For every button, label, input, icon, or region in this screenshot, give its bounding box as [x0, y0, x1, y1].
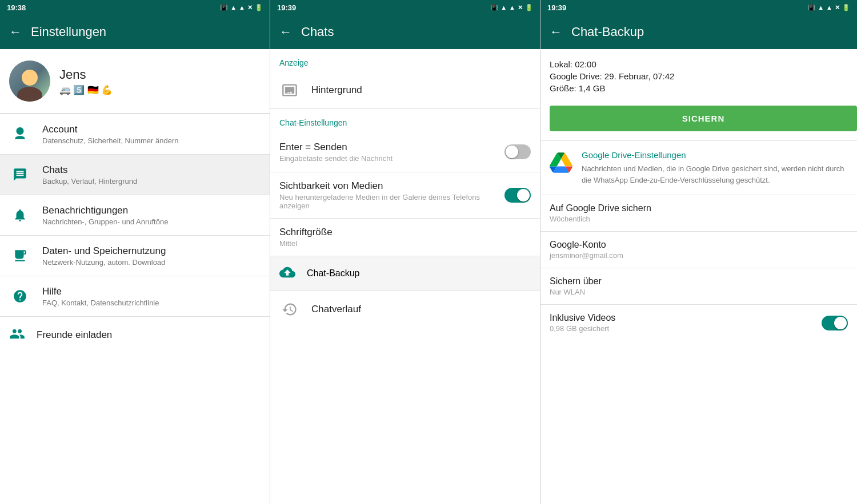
font-size-item[interactable]: Schriftgröße Mittel [270, 219, 540, 256]
background-text: Hintergrund [311, 84, 362, 96]
notifications-sub: Nachrichten-, Gruppen- und Anruftöne [42, 217, 168, 226]
chatverlauf-label: Chatverlauf [311, 304, 361, 315]
chat-backup-icon [279, 264, 295, 283]
notifications-text: Benachrichtigungen Nachrichten-, Gruppen… [42, 205, 168, 226]
back-button-1[interactable]: ← [9, 25, 22, 39]
vibrate-icon-2: 📳 [490, 4, 498, 11]
app-bar-1: ← Einstellungen [0, 15, 270, 49]
status-bar-2: 19:39 📳 ▲ ▲ ✕ 🔋 [270, 0, 540, 15]
sichern-button[interactable]: SICHERN [550, 106, 857, 131]
google-drive-info: Google Drive: 29. Februar, 07:42 [550, 70, 848, 82]
chat-backup-text: Chat-Backup [307, 268, 360, 279]
chat-backup-item[interactable]: Chat-Backup [270, 256, 540, 291]
back-button-2[interactable]: ← [279, 25, 292, 39]
help-text: Hilfe FAQ, Kontakt, Datenschutzrichtlini… [42, 286, 159, 307]
media-sichtbarkeit-toggle[interactable] [504, 188, 531, 203]
section-chat-settings: Chat-Einstellungen [270, 109, 540, 132]
videos-text: Inklusive Videos 0,98 GB gesichert [550, 313, 615, 333]
enter-senden-sub: Eingabetaste sendet die Nachricht [279, 154, 504, 163]
enter-senden-text: Enter = Senden Eingabetaste sendet die N… [279, 142, 504, 163]
wifi-icon: ▲ [239, 4, 245, 11]
menu-item-notifications[interactable]: Benachrichtigungen Nachrichten-, Gruppen… [0, 195, 270, 235]
videos-value: 0,98 GB gesichert [550, 324, 615, 333]
time-1: 19:38 [7, 3, 26, 12]
sichern-ueber-value: Nur WLAN [550, 288, 848, 296]
menu-item-invite[interactable]: Freunde einladen [0, 317, 270, 353]
time-2: 19:39 [277, 3, 296, 12]
lte-icon-3: ✕ [835, 4, 840, 11]
menu-item-account[interactable]: Account Datenschutz, Sicherheit, Nummer … [0, 114, 270, 154]
google-konto-value: jensminor@gmail.com [550, 251, 848, 260]
vibrate-icon: 📳 [220, 4, 228, 11]
backup-info: Lokal: 02:00 Google Drive: 29. Februar, … [540, 49, 857, 101]
sichern-ueber-label: Sichern über [550, 276, 848, 287]
menu-item-help[interactable]: Hilfe FAQ, Kontakt, Datenschutzrichtlini… [0, 276, 270, 316]
vibrate-icon-3: 📳 [807, 4, 815, 11]
chatverlauf-item[interactable]: Chatverlauf [270, 291, 540, 328]
battery-icon-3: 🔋 [842, 4, 850, 11]
account-icon [9, 123, 31, 145]
people-icon [9, 326, 25, 344]
chats-label: Chats [42, 164, 137, 176]
storage-text: Daten- und Speichernutzung Netzwerk-Nutz… [42, 245, 166, 267]
media-sichtbarkeit-text: Sichtbarkeit von Medien Neu heruntergela… [279, 180, 504, 210]
status-icons-2: 📳 ▲ ▲ ✕ 🔋 [490, 4, 533, 11]
chat-backup-panel: 19:39 📳 ▲ ▲ ✕ 🔋 ← Chat-Backup Lokal: 02:… [540, 0, 857, 504]
help-label: Hilfe [42, 286, 159, 297]
auf-google-drive-label: Auf Google Drive sichern [550, 203, 848, 213]
enter-senden-item[interactable]: Enter = Senden Eingabetaste sendet die N… [270, 132, 540, 172]
storage-icon [9, 245, 31, 267]
auf-google-drive-item[interactable]: Auf Google Drive sichern Wöchentlich [540, 195, 857, 231]
chats-sub: Backup, Verlauf, Hintergrund [42, 177, 137, 186]
app-bar-2: ← Chats [270, 15, 540, 49]
page-title-3: Chat-Backup [571, 25, 848, 39]
signal-icon: ▲ [230, 4, 237, 11]
menu-item-storage[interactable]: Daten- und Speichernutzung Netzwerk-Nutz… [0, 236, 270, 276]
toggle-knob-videos [834, 317, 847, 329]
chat-backup-label: Chat-Backup [307, 268, 360, 279]
signal-icon-3: ▲ [818, 4, 824, 11]
notifications-label: Benachrichtigungen [42, 205, 168, 216]
media-sichtbarkeit-item[interactable]: Sichtbarkeit von Medien Neu heruntergela… [270, 172, 540, 218]
back-button-3[interactable]: ← [550, 25, 562, 39]
lte-icon: ✕ [247, 4, 253, 11]
chats-icon [9, 164, 31, 186]
sichern-ueber-item[interactable]: Sichern über Nur WLAN [540, 268, 857, 304]
chats-panel: 19:39 📳 ▲ ▲ ✕ 🔋 ← Chats Anzeige Hintergr… [270, 0, 540, 504]
app-bar-3: ← Chat-Backup [540, 15, 857, 49]
account-text: Account Datenschutz, Sicherheit, Nummer … [42, 124, 178, 145]
signal-icon-2: ▲ [500, 4, 507, 11]
toggle-knob-media [517, 189, 530, 201]
avatar [9, 61, 50, 102]
help-sub: FAQ, Kontakt, Datenschutzrichtlinie [42, 299, 159, 307]
time-3: 19:39 [547, 3, 566, 12]
profile-section[interactable]: Jens 🚐 5️⃣ 🇩🇪 💪 [0, 49, 270, 114]
invite-label: Freunde einladen [37, 329, 112, 341]
enter-senden-label: Enter = Senden [279, 142, 504, 153]
google-konto-item[interactable]: Google-Konto jensminor@gmail.com [540, 231, 857, 268]
wifi-icon-3: ▲ [826, 4, 832, 11]
chatverlauf-icon [279, 299, 300, 320]
auf-google-drive-value: Wöchentlich [550, 215, 848, 223]
background-icon [279, 80, 300, 100]
background-item[interactable]: Hintergrund [270, 72, 540, 108]
enter-senden-toggle[interactable] [504, 144, 531, 159]
videos-label: Inklusive Videos [550, 313, 615, 323]
lte-icon-2: ✕ [518, 4, 523, 11]
bell-icon [9, 204, 31, 226]
font-size-value: Mittel [279, 239, 531, 248]
section-anzeige: Anzeige [270, 49, 540, 72]
lokal-info: Lokal: 02:00 [550, 58, 848, 70]
videos-toggle-row[interactable]: Inklusive Videos 0,98 GB gesichert [540, 304, 857, 341]
account-sub: Datenschutz, Sicherheit, Nummer ändern [42, 136, 178, 145]
menu-item-chats[interactable]: Chats Backup, Verlauf, Hintergrund [0, 155, 270, 195]
videos-toggle[interactable] [822, 316, 848, 330]
font-size-label: Schriftgröße [279, 227, 531, 238]
chatverlauf-text: Chatverlauf [311, 304, 361, 315]
status-icons-1: 📳 ▲ ▲ ✕ 🔋 [220, 4, 263, 11]
media-sichtbarkeit-sub: Neu heruntergeladene Medien in der Galer… [279, 193, 504, 210]
profile-name: Jens [59, 67, 113, 82]
page-title-2: Chats [301, 25, 531, 39]
google-drive-desc: Nachrichten und Medien, die in Google Dr… [582, 163, 848, 186]
status-bar-1: 19:38 📳 ▲ ▲ ✕ 🔋 [0, 0, 270, 15]
